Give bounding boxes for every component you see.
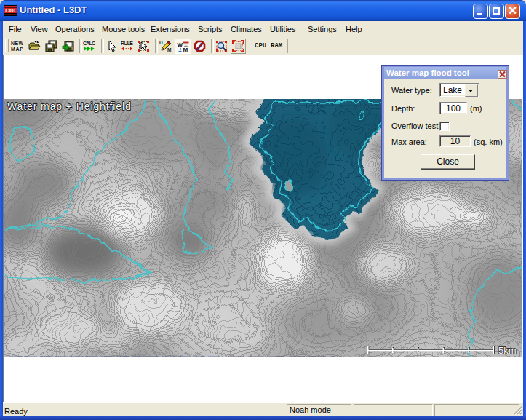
svg-text:M: M [183,47,188,52]
svg-text:D: D [159,40,163,45]
svg-text:L3DT: L3DT [5,8,16,13]
svg-text:M: M [167,47,171,52]
svg-text:CALC: CALC [83,41,95,46]
svg-text:NEW: NEW [11,41,23,46]
svg-text:RULE: RULE [121,41,133,46]
svg-text:MAP: MAP [11,47,23,52]
svg-text:W: W [178,41,183,48]
svg-text:Water map + Heightfield: Water map + Heightfield [7,100,132,112]
svg-text:5km: 5km [498,345,517,356]
